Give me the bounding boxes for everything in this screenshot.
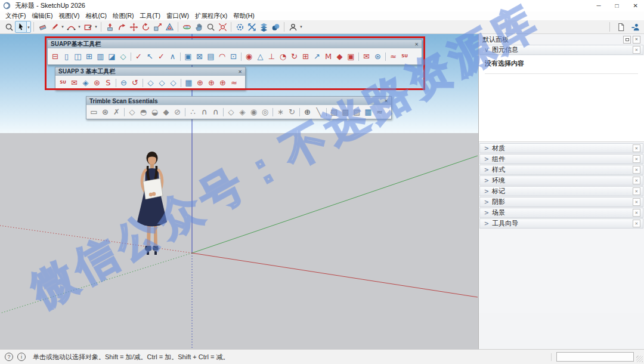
toolbar-title-bar[interactable]: Trimble Scan Essentials ✕ bbox=[86, 97, 391, 105]
panel-section[interactable]: >材质✕ bbox=[479, 143, 643, 153]
panel-section[interactable]: >标记✕ bbox=[479, 186, 643, 196]
close-icon[interactable]: ✕ bbox=[633, 144, 640, 152]
close-icon[interactable]: ✕ bbox=[384, 98, 388, 104]
menu-item[interactable]: 文件(F) bbox=[2, 12, 29, 20]
resize-grip[interactable] bbox=[636, 356, 643, 362]
search-icon[interactable] bbox=[3, 21, 15, 33]
chevron-right-icon[interactable]: > bbox=[482, 220, 491, 227]
extension-1-icon[interactable] bbox=[234, 21, 246, 33]
orbit-icon[interactable] bbox=[181, 21, 193, 33]
tool-icon[interactable]: ≈ bbox=[374, 108, 385, 116]
tool-icon[interactable]: ◒ bbox=[149, 108, 160, 116]
menu-item[interactable]: 工具(T) bbox=[137, 12, 163, 20]
tool-icon[interactable]: ◇ bbox=[126, 108, 138, 116]
menu-item[interactable]: 视图(V) bbox=[55, 12, 82, 20]
tool-icon[interactable]: ↻ bbox=[286, 108, 298, 116]
chevron-right-icon[interactable]: > bbox=[482, 145, 491, 152]
tool-icon[interactable]: ◈ bbox=[237, 108, 248, 116]
tool-icon[interactable]: ╲ bbox=[313, 108, 324, 116]
chevron-down-icon[interactable]: ▾ bbox=[77, 21, 82, 33]
panel-section[interactable]: >环境✕ bbox=[479, 175, 643, 186]
tool-icon[interactable]: ◎ bbox=[259, 108, 271, 116]
tool-icon[interactable]: ◇ bbox=[225, 108, 237, 116]
tool-icon[interactable]: ✗ bbox=[111, 108, 122, 116]
tool-icon[interactable]: ◉ bbox=[248, 108, 259, 116]
select-icon[interactable] bbox=[15, 21, 27, 33]
panel-section[interactable]: >场景✕ bbox=[479, 208, 643, 218]
menu-item[interactable]: 绘图(R) bbox=[110, 12, 137, 20]
tool-icon[interactable]: ◓ bbox=[138, 108, 149, 116]
close-icon[interactable]: ✕ bbox=[633, 209, 640, 217]
chevron-down-icon[interactable]: ▾ bbox=[60, 21, 65, 33]
close-icon[interactable]: ✕ bbox=[633, 187, 640, 195]
info-icon[interactable]: i bbox=[17, 353, 26, 361]
tool-icon[interactable]: ⊘ bbox=[172, 108, 183, 116]
tool-icon[interactable]: ◆ bbox=[160, 108, 172, 116]
tool-icon[interactable]: ∩ bbox=[199, 108, 210, 116]
tool-icon[interactable]: ∩ bbox=[210, 108, 221, 116]
chevron-right-icon[interactable]: > bbox=[482, 166, 491, 173]
tool-icon[interactable]: ▦ bbox=[363, 108, 374, 116]
extension-3-icon[interactable] bbox=[258, 21, 270, 33]
geolocation-icon[interactable]: ? bbox=[5, 353, 13, 361]
eraser-icon[interactable] bbox=[36, 21, 48, 33]
menu-item[interactable]: 窗口(W) bbox=[163, 12, 192, 20]
rotate-icon[interactable] bbox=[140, 21, 151, 33]
tool-icon[interactable]: ∗ bbox=[275, 108, 286, 116]
chevron-down-icon[interactable]: ▾ bbox=[26, 21, 31, 33]
float-panel-icon[interactable] bbox=[623, 36, 631, 44]
chevron-right-icon[interactable]: > bbox=[482, 199, 491, 205]
new-document-icon[interactable] bbox=[615, 21, 627, 33]
chevron-down-icon[interactable]: ▾ bbox=[94, 21, 98, 33]
chevron-down-icon[interactable]: ▾ bbox=[299, 21, 304, 33]
scale-icon[interactable] bbox=[151, 21, 163, 33]
tool-icon[interactable]: ▨ bbox=[329, 108, 340, 116]
chevron-right-icon[interactable]: > bbox=[482, 156, 491, 162]
extension-4-icon[interactable] bbox=[270, 21, 281, 33]
tool-icon[interactable]: ▩ bbox=[340, 108, 351, 116]
tool-icon[interactable]: ⊛ bbox=[100, 108, 111, 116]
zoom-icon[interactable] bbox=[205, 21, 216, 33]
tool-icon[interactable]: ▭ bbox=[88, 108, 100, 116]
trimble-scan-essentials-toolbar[interactable]: Trimble Scan Essentials ✕ ▭⊛✗◇◓◒◆⊘∴∩∩◇◈◉… bbox=[86, 96, 392, 119]
pan-icon[interactable] bbox=[193, 21, 205, 33]
close-icon[interactable]: ✕ bbox=[633, 220, 640, 227]
close-icon[interactable]: ✕ bbox=[633, 166, 640, 174]
menu-item[interactable]: 扩展程序(x) bbox=[192, 12, 230, 20]
chevron-right-icon[interactable]: > bbox=[482, 209, 491, 216]
scale-figure-person[interactable] bbox=[129, 150, 175, 260]
follow-me-icon[interactable] bbox=[116, 21, 128, 33]
measurement-input[interactable] bbox=[556, 352, 634, 362]
panel-section[interactable]: >组件✕ bbox=[479, 154, 643, 164]
minimize-button[interactable]: ─ bbox=[596, 2, 600, 9]
chevron-down-icon[interactable]: ∨ bbox=[482, 47, 491, 53]
push-pull-icon[interactable] bbox=[104, 21, 116, 33]
share-model-icon[interactable] bbox=[629, 21, 641, 33]
chevron-right-icon[interactable]: > bbox=[482, 177, 491, 184]
close-panel-icon[interactable]: ✕ bbox=[633, 36, 640, 44]
panel-section[interactable]: >阴影✕ bbox=[479, 197, 643, 207]
panel-section[interactable]: >样式✕ bbox=[479, 165, 643, 175]
offset-icon[interactable] bbox=[163, 21, 175, 33]
tool-icon[interactable]: ⊕ bbox=[302, 108, 313, 116]
menu-item[interactable]: 帮助(H) bbox=[230, 12, 258, 20]
rectangle-icon[interactable] bbox=[82, 21, 94, 33]
chevron-right-icon[interactable]: > bbox=[482, 188, 491, 195]
tool-icon[interactable]: ∴ bbox=[187, 108, 199, 116]
3d-viewport[interactable]: SUAPP基本工具栏 ✕ ⊟▯◫⊞▥◪◇✓↖✓∧▣⊠▤◠⊡◉△⊥◔↻⊞↗M◆▣✉… bbox=[0, 34, 478, 349]
close-icon[interactable]: ✕ bbox=[633, 198, 640, 206]
panel-section[interactable]: >工具向导✕ bbox=[479, 218, 643, 229]
maximize-button[interactable]: □ bbox=[615, 2, 619, 9]
account-icon[interactable] bbox=[287, 21, 299, 33]
extension-2-icon[interactable] bbox=[246, 21, 258, 33]
tool-icon[interactable]: ▧ bbox=[351, 108, 363, 116]
move-icon[interactable] bbox=[128, 21, 140, 33]
arc-icon[interactable] bbox=[65, 21, 77, 33]
panel-section-entity-info[interactable]: ∨ 图元信息 ✕ bbox=[479, 45, 643, 55]
close-icon[interactable]: ✕ bbox=[633, 46, 640, 54]
close-button[interactable]: ✕ bbox=[633, 2, 638, 9]
close-icon[interactable]: ✕ bbox=[633, 155, 640, 163]
line-icon[interactable] bbox=[48, 21, 60, 33]
menu-item[interactable]: 编辑(E) bbox=[29, 12, 55, 20]
zoom-extents-icon[interactable] bbox=[216, 21, 228, 33]
